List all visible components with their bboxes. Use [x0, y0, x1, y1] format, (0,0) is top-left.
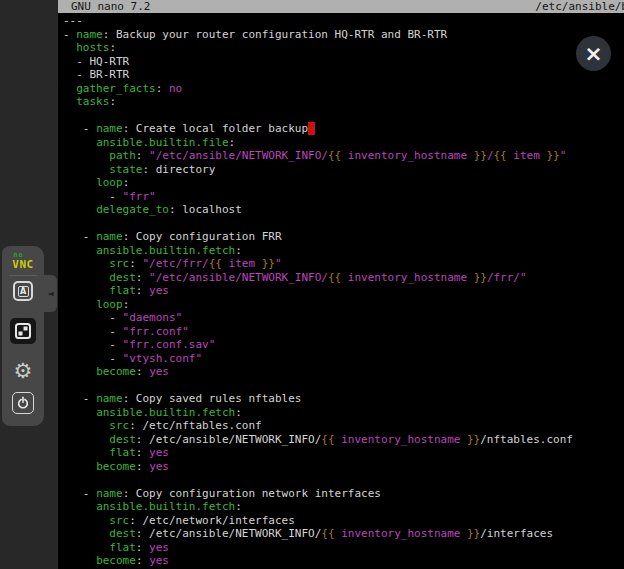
keyboard-a-icon: A	[18, 286, 29, 297]
code-line: loop:	[63, 298, 624, 312]
code-line: dest: "/etc/ansible/NETWORK_INFO/{{ inve…	[63, 271, 624, 285]
code-line: ---	[63, 14, 624, 28]
close-button[interactable]: ×	[576, 36, 611, 71]
collapse-arrow-icon: ◄	[47, 290, 53, 298]
code-line: src: /etc/network/interfaces	[63, 514, 624, 528]
code-line: ansible.builtin.fetch:	[63, 244, 624, 258]
novnc-control-bar: no VNC A ⚙	[2, 246, 44, 426]
nano-file-path: /etc/ansible/b	[535, 0, 624, 13]
nano-title: GNU nano 7.2	[71, 0, 150, 13]
code-line: become: yes	[63, 365, 624, 379]
code-line: delegate_to: localhost	[63, 203, 624, 217]
code-line: - "daemons"	[63, 311, 624, 325]
code-line: tasks:	[63, 95, 624, 109]
code-line: - "vtysh.conf"	[63, 352, 624, 366]
settings-button[interactable]: ⚙	[11, 358, 35, 382]
code-line	[63, 217, 624, 231]
editor-content[interactable]: ---- name: Backup your router configurat…	[58, 13, 624, 568]
code-line: become: yes	[63, 460, 624, 474]
code-line: - name: Backup your router configuration…	[63, 28, 624, 42]
code-line: dest: /etc/ansible/NETWORK_INFO/{{ inven…	[63, 527, 624, 541]
code-line: gather_facts: no	[63, 82, 624, 96]
code-line: state: directory	[63, 163, 624, 177]
code-line: ansible.builtin.fetch:	[63, 406, 624, 420]
close-icon: ×	[584, 43, 602, 65]
code-line: - name: Copy configuration network inter…	[63, 487, 624, 501]
code-line: src: "/etc/frr/{{ item }}"	[63, 257, 624, 271]
code-line: flat: yes	[63, 446, 624, 460]
code-line: ansible.builtin.fetch:	[63, 500, 624, 514]
code-line: - "frr.conf.sav"	[63, 338, 624, 352]
control-bar-handle[interactable]: ◄	[44, 275, 57, 312]
page-background: no VNC A ⚙	[0, 0, 58, 569]
extra-keys-button[interactable]: A	[13, 281, 33, 301]
fullscreen-icon	[14, 322, 32, 340]
power-icon	[16, 396, 30, 410]
code-line: path: "/etc/ansible/NETWORK_INFO/{{ inve…	[63, 149, 624, 163]
control-bar-divider	[9, 275, 37, 276]
nano-titlebar: GNU nano 7.2 /etc/ansible/b	[58, 0, 624, 13]
cursor	[308, 122, 315, 135]
code-line: flat: yes	[63, 284, 624, 298]
code-line: ansible.builtin.file:	[63, 136, 624, 150]
code-line: - name: Copy saved rules nftables	[63, 392, 624, 406]
terminal-window: GNU nano 7.2 /etc/ansible/b ---- name: B…	[58, 0, 624, 569]
code-line: become: yes	[63, 554, 624, 568]
code-line	[63, 473, 624, 487]
code-line: src: /etc/nftables.conf	[63, 419, 624, 433]
code-line: - name: Copy configuration FRR	[63, 230, 624, 244]
code-line: - "frr"	[63, 190, 624, 204]
code-line: - BR-RTR	[63, 68, 624, 82]
power-button[interactable]	[12, 392, 34, 414]
code-line: loop:	[63, 176, 624, 190]
code-line: flat: yes	[63, 541, 624, 555]
code-line	[63, 379, 624, 393]
code-line	[63, 109, 624, 123]
fullscreen-button[interactable]	[10, 318, 36, 344]
novnc-logo-vnc: VNC	[12, 259, 33, 270]
code-line: - "frr.conf"	[63, 325, 624, 339]
gear-icon: ⚙	[14, 360, 33, 381]
code-line: dest: /etc/ansible/NETWORK_INFO/{{ inven…	[63, 433, 624, 447]
code-line: - name: Create local folder backup	[63, 122, 624, 136]
code-line: - HQ-RTR	[63, 55, 624, 69]
novnc-logo: no VNC	[2, 252, 44, 271]
code-line: hosts:	[63, 41, 624, 55]
